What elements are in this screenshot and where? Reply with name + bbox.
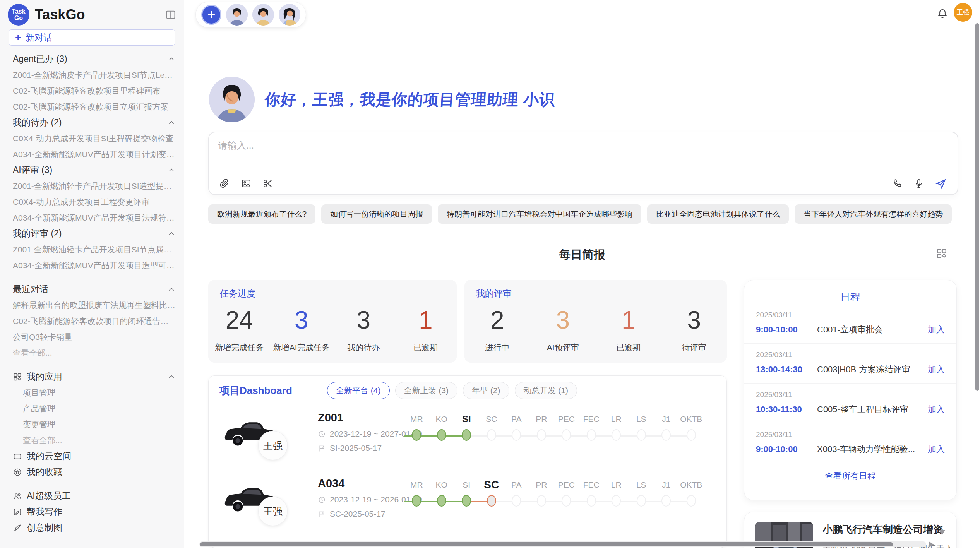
- stat-value: 2: [490, 306, 504, 334]
- recent-chat-item[interactable]: 公司Q3轻卡销量: [0, 329, 184, 345]
- schedule-date: 2025/03/11: [756, 351, 945, 359]
- sidebar-item[interactable]: C0X4-动力总成开发项目SI里程碑提交物检查: [0, 130, 184, 146]
- stat-label: 进行中: [485, 342, 509, 353]
- chevron-up-icon[interactable]: [168, 230, 175, 238]
- sidebar-item[interactable]: C02-飞腾新能源轻客改款项目立项汇报方案: [0, 99, 184, 115]
- tab-powertrain[interactable]: 动总开发 (1): [515, 382, 577, 399]
- session-switcher: +: [195, 2, 306, 28]
- card-title: 我的评审: [476, 288, 512, 300]
- new-chat-button[interactable]: + 新对话: [9, 29, 175, 46]
- sidebar-item[interactable]: C02-飞腾新能源轻客改款项目里程碑画布: [0, 83, 184, 99]
- stat: 3 新增AI完成任务: [271, 300, 333, 359]
- sidebar-item[interactable]: Z001-全新燃油轻卡产品开发项目SI造型提交物评审: [0, 178, 184, 194]
- milestone: PR: [529, 412, 554, 441]
- sidebar-item[interactable]: A034-全新新能源MUV产品开发项目法规符合性评审: [0, 210, 184, 226]
- suggestion-chip[interactable]: 欧洲新规最近颁布了什么?: [208, 204, 315, 224]
- suggestion-chip[interactable]: 当下年轻人对汽车外观有怎样的喜好趋势: [795, 204, 952, 224]
- sidebar-my-cloud[interactable]: 我的云空间: [0, 448, 184, 464]
- scissors-icon[interactable]: [262, 178, 273, 189]
- agent-avatar-2[interactable]: [252, 4, 274, 26]
- suggestion-chips: 欧洲新规最近颁布了什么? 如何写一份清晰的项目周报 特朗普可能对进口汽车增税会对…: [208, 204, 959, 224]
- sidebar-item[interactable]: Z001-全新燃油轻卡产品开发项目SI节点属性5D文件评审: [0, 241, 184, 257]
- app-title: TaskGo: [35, 7, 165, 23]
- app-item-project-mgmt[interactable]: 项目管理: [0, 385, 184, 401]
- recent-chat-item[interactable]: C02-飞腾新能源轻客改款项目的闭环通告反馈情况: [0, 313, 184, 329]
- add-session-button[interactable]: +: [201, 5, 221, 25]
- milestone: PA: [504, 478, 529, 507]
- tab-year-model[interactable]: 年型 (2): [463, 382, 509, 399]
- sidebar-creative-draw[interactable]: 创意制图: [0, 520, 184, 536]
- chevron-up-icon[interactable]: [168, 55, 175, 63]
- stat-label: 已逾期: [413, 342, 438, 353]
- chat-input[interactable]: [218, 139, 946, 167]
- horizontal-scrollbar[interactable]: [199, 541, 926, 547]
- attach-image-icon[interactable]: [241, 178, 252, 189]
- project-row[interactable]: 王强 A034 2023-12-19 ~ 2026-01-19 SC-2025-…: [209, 471, 726, 537]
- app-item-change-mgmt[interactable]: 变更管理: [0, 416, 184, 432]
- sidebar-section-my-todo[interactable]: 我的待办 (2): [0, 115, 184, 130]
- phone-call-icon[interactable]: [892, 178, 903, 189]
- vertical-scrollbar-thumb[interactable]: [975, 23, 979, 391]
- apps-view-all[interactable]: 查看全部...: [0, 432, 184, 448]
- agent-avatar-3[interactable]: [279, 4, 300, 26]
- chevron-up-icon[interactable]: [168, 166, 175, 174]
- recent-view-all[interactable]: 查看全部...: [0, 345, 184, 361]
- join-link[interactable]: 加入: [928, 404, 945, 415]
- chevron-up-icon[interactable]: [168, 286, 175, 293]
- sidebar-item[interactable]: A034-全新新能源MUV产品开发项目造型可行性评审: [0, 257, 184, 273]
- scroll-down-arrow[interactable]: [939, 530, 945, 535]
- attach-paperclip-icon[interactable]: [219, 178, 230, 189]
- suggestion-chip[interactable]: 比亚迪全固态电池计划具体说了什么: [647, 204, 789, 224]
- horizontal-scrollbar-thumb[interactable]: [200, 542, 893, 546]
- composer-actions: [892, 178, 946, 189]
- briefing-title: 每日简报: [184, 247, 980, 263]
- people-icon: [13, 491, 22, 501]
- schedule-item: 2025/03/11 13:00-14:30 C003|H0B-方案冻结评审 加…: [744, 344, 956, 384]
- chevron-up-icon[interactable]: [168, 373, 175, 381]
- sidebar-collapse-icon[interactable]: [165, 9, 176, 20]
- greeting-text: 你好，王强，我是你的项目管理助理 小识: [264, 89, 556, 110]
- join-link[interactable]: 加入: [928, 364, 945, 375]
- section-title: 我的应用: [27, 371, 164, 383]
- logo-text-top: Task: [12, 8, 25, 15]
- sidebar-item[interactable]: A034-全新新能源MUV产品开发项目计划变更表编写: [0, 146, 184, 162]
- milestone: LS: [629, 412, 654, 441]
- microphone-icon[interactable]: [913, 178, 924, 189]
- recent-chat-item[interactable]: 解释最新出台的欧盟报废车法规再生塑料比例被调至15%...: [0, 297, 184, 313]
- join-link[interactable]: 加入: [928, 444, 945, 455]
- send-icon[interactable]: [935, 178, 946, 189]
- agent-avatar-1[interactable]: [226, 4, 248, 26]
- sidebar-section-recent[interactable]: 最近对话: [0, 281, 184, 297]
- tab-new-platform[interactable]: 全新平台 (4): [327, 382, 390, 399]
- sidebar-section-my-review[interactable]: 我的评审 (2): [0, 226, 184, 241]
- sidebar-section-ai-review[interactable]: AI评审 (3): [0, 162, 184, 178]
- view-all-schedule-link[interactable]: 查看所有日程: [744, 470, 956, 482]
- suggestion-chip[interactable]: 特朗普可能对进口汽车增税会对中国车企造成哪些影响: [438, 204, 641, 224]
- user-avatar[interactable]: 王强: [954, 3, 972, 22]
- notifications-bell-icon[interactable]: [937, 8, 948, 19]
- suggestion-chip[interactable]: 如何写一份清晰的项目周报: [321, 204, 432, 224]
- scroll-right-arrow[interactable]: [929, 541, 934, 548]
- milestone: KO: [429, 478, 454, 507]
- milestone: SC: [479, 412, 504, 441]
- sidebar-help-write[interactable]: 帮我写作: [0, 504, 184, 520]
- sidebar-item[interactable]: C0X4-动力总成开发项目工程变更评审: [0, 194, 184, 210]
- sidebar-section-agent-done[interactable]: Agent已办 (3): [0, 51, 184, 67]
- chevron-up-icon[interactable]: [168, 119, 175, 127]
- sidebar-item[interactable]: Z001-全新燃油皮卡产品开发项目SI节点Lesson Learn报告: [0, 67, 184, 83]
- sidebar-ai-super-staff[interactable]: AI超级员工: [0, 488, 184, 504]
- milestone-current: SC: [479, 478, 504, 507]
- new-chat-label: 新对话: [26, 32, 52, 44]
- milestone: MR: [404, 478, 429, 507]
- layout-grid-icon[interactable]: [936, 248, 947, 259]
- schedule-event: C003|H0B-方案冻结评审: [817, 364, 923, 375]
- sidebar-my-favorites[interactable]: 我的收藏: [0, 464, 184, 480]
- project-row[interactable]: 王强 Z001 2023-12-19 ~ 2027-01-19 SI-2025-…: [209, 405, 726, 471]
- schedule-item: 2025/03/11 9:00-10:00 X003-车辆动力学性能验... 加…: [744, 423, 956, 463]
- join-link[interactable]: 加入: [928, 324, 945, 336]
- milestone: J1: [654, 412, 679, 441]
- stat: 1 已逾期: [395, 300, 457, 359]
- tab-new-body[interactable]: 全新上装 (3): [395, 382, 458, 399]
- app-item-product-mgmt[interactable]: 产品管理: [0, 401, 184, 416]
- sidebar-my-apps[interactable]: 我的应用: [0, 369, 184, 385]
